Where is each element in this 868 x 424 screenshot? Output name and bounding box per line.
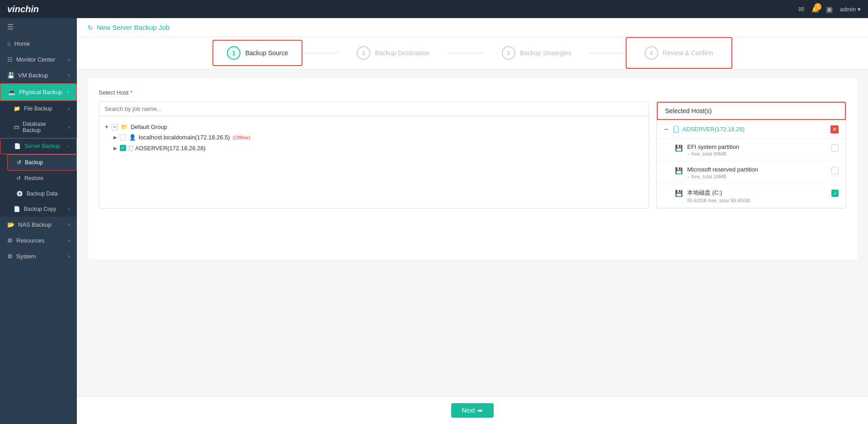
admin-menu[interactable]: admin ▾ bbox=[840, 6, 861, 13]
partition-detail-msr: – free, total 16MB bbox=[687, 174, 827, 179]
sidebar-item-system[interactable]: ⚙ System › bbox=[0, 248, 77, 264]
next-label: Next bbox=[462, 407, 475, 414]
folder-icon: 📁 bbox=[121, 124, 128, 130]
expand-icon-group[interactable]: ▼ bbox=[104, 124, 109, 129]
step-2-circle: 2 bbox=[357, 46, 370, 60]
adserver-checkbox[interactable]: ✓ bbox=[120, 145, 126, 151]
sidebar-sub-physical: 📁 File Backup › 🗃 Database Backup › 📄 Se… bbox=[0, 101, 77, 217]
sidebar-label-resources: Resources bbox=[16, 237, 44, 244]
partition-name-msr: Microsoft reserved partition bbox=[687, 166, 827, 173]
sidebar-item-resources[interactable]: ⚙ Resources › bbox=[0, 233, 77, 248]
partition-info-msr: Microsoft reserved partition – free, tot… bbox=[687, 166, 827, 179]
chevron-icon-system: › bbox=[68, 254, 70, 259]
partition-info-c: 本地磁盘 (C:) 85.62GB free, total 99.45GB bbox=[687, 189, 827, 203]
step-1-label: Backup Source bbox=[245, 49, 288, 57]
sidebar-item-restore[interactable]: ↺ Restore bbox=[7, 171, 77, 186]
physical-backup-icon: 💻 bbox=[8, 89, 15, 95]
collapse-host-btn[interactable]: − bbox=[664, 125, 668, 133]
partition-checkbox-msr[interactable] bbox=[831, 167, 839, 174]
step-4-circle: 4 bbox=[645, 46, 658, 60]
logo: vinchin bbox=[7, 4, 39, 14]
sidebar-label-restore: Restore bbox=[24, 175, 43, 181]
chevron-icon-server: ‹ bbox=[68, 144, 69, 149]
step-2[interactable]: 2 Backup Destination bbox=[339, 38, 448, 68]
refresh-icon[interactable]: ↻ bbox=[88, 24, 93, 31]
sidebar-item-server-backup[interactable]: 📄 Server Backup ‹ bbox=[0, 138, 77, 154]
selected-windows-icon: ⎕ bbox=[674, 124, 679, 134]
tree-node-adserver: ▶ ✓ ⎕ ADSERVER(172.18.26.28) bbox=[113, 143, 643, 153]
step-4-label: Review & Confirm bbox=[663, 49, 713, 57]
selected-host-row: − ⎕ ADSERVER(172.18.28) ✕ bbox=[657, 120, 846, 139]
sidebar-item-physical-backup[interactable]: 💻 Physical Backup ‹ bbox=[0, 83, 77, 101]
step-1-circle: 1 bbox=[227, 46, 241, 60]
tree-node-group: ▼ − 📁 Default Group bbox=[104, 122, 643, 132]
linux-icon: 👤 bbox=[129, 134, 136, 141]
home-icon: ⌂ bbox=[7, 40, 11, 47]
sidebar-item-backup-copy[interactable]: 📄 Backup Copy › bbox=[0, 201, 77, 217]
host-selection-area: ▼ − 📁 Default Group ▶ 👤 bbox=[99, 101, 846, 209]
message-icon[interactable]: ✉ bbox=[798, 5, 804, 14]
step-divider-2 bbox=[448, 53, 484, 53]
sidebar: ☰ ⌂ Home ☷ Monitor Center › 💾 VM Backup … bbox=[0, 18, 77, 424]
partition-info-efi: EFI system partition – free, total 99MB bbox=[687, 143, 827, 157]
steps-bar: 1 Backup Source 2 Backup Destination 3 B… bbox=[77, 37, 868, 69]
group-name: Default Group bbox=[131, 124, 167, 130]
sidebar-item-db-backup[interactable]: 🗃 Database Backup › bbox=[0, 116, 77, 138]
sidebar-label-backup-copy: Backup Copy bbox=[24, 206, 56, 212]
step-3-label: Backup Strategies bbox=[520, 49, 571, 57]
step-1[interactable]: 1 Backup Source bbox=[212, 40, 302, 66]
step-3[interactable]: 3 Backup Strategies bbox=[484, 38, 590, 68]
search-input[interactable] bbox=[99, 102, 649, 116]
partition-row-efi: 💾 EFI system partition – free, total 99M… bbox=[657, 139, 846, 162]
db-backup-icon: 🗃 bbox=[14, 124, 19, 130]
footer: Next ➡ bbox=[77, 396, 868, 424]
vm-backup-icon: 💾 bbox=[7, 72, 14, 79]
selected-hosts-header: Selected Host(s) bbox=[657, 102, 846, 120]
remove-host-btn[interactable]: ✕ bbox=[830, 125, 839, 133]
localhost-checkbox[interactable] bbox=[120, 134, 126, 141]
partition-icon-c: 💾 bbox=[675, 190, 683, 197]
adserver-name: ADSERVER(172.18.26.28) bbox=[135, 145, 206, 152]
sidebar-label-server-backup: Server Backup bbox=[24, 143, 60, 149]
chevron-icon-vm: › bbox=[68, 73, 70, 78]
step-4[interactable]: 4 Review & Confirm bbox=[626, 37, 732, 69]
expand-icon-adserver: ▶ bbox=[113, 146, 117, 151]
tree-node-localhost: ▶ 👤 localhost.localdomain(172.18.26.5) (… bbox=[113, 132, 643, 143]
next-button[interactable]: Next ➡ bbox=[451, 403, 494, 418]
content-card: Select Host * ▼ − 📁 Defaul bbox=[88, 78, 857, 259]
partition-detail-efi: – free, total 99MB bbox=[687, 151, 827, 157]
file-backup-icon: 📁 bbox=[14, 105, 20, 112]
chevron-icon-resources: › bbox=[68, 238, 70, 243]
offline-tag: (Offline) bbox=[233, 135, 250, 140]
selected-host-name: ADSERVER(172.18.28) bbox=[682, 126, 827, 133]
sidebar-label-home: Home bbox=[14, 40, 30, 47]
sidebar-label-system: System bbox=[16, 253, 36, 260]
sidebar-item-monitor[interactable]: ☷ Monitor Center › bbox=[0, 52, 77, 67]
sidebar-label-physical-backup: Physical Backup bbox=[19, 89, 62, 95]
group-checkbox[interactable]: − bbox=[112, 124, 118, 130]
sidebar-item-file-backup[interactable]: 📁 File Backup › bbox=[0, 101, 77, 116]
logo-vin: vin bbox=[7, 4, 20, 14]
partition-checkbox-c[interactable]: ✓ bbox=[831, 190, 839, 197]
step-divider-1 bbox=[302, 53, 339, 53]
backup-data-icon: 💿 bbox=[16, 191, 23, 197]
sidebar-label-monitor: Monitor Center bbox=[16, 56, 55, 63]
notification-bell[interactable]: 🔔 1 bbox=[811, 6, 819, 13]
sidebar-item-home[interactable]: ⌂ Home bbox=[0, 36, 77, 52]
step-2-label: Backup Destination bbox=[375, 49, 429, 57]
sidebar-item-vm-backup[interactable]: 💾 VM Backup › bbox=[0, 67, 77, 83]
selected-panel: Selected Host(s) − ⎕ ADSERVER(172.18.28)… bbox=[656, 101, 846, 209]
sidebar-toggle[interactable]: ☰ bbox=[0, 18, 77, 36]
monitor-icon[interactable]: ▣ bbox=[826, 5, 833, 14]
partition-checkbox-efi[interactable] bbox=[831, 144, 839, 152]
sidebar-item-backup-data[interactable]: 💿 Backup Data bbox=[7, 186, 77, 201]
logo-chin: chin bbox=[20, 4, 39, 14]
page-title: New Server Backup Job bbox=[97, 24, 170, 31]
sidebar-item-nas-backup[interactable]: 📂 NAS Backup › bbox=[0, 217, 77, 233]
server-backup-icon: 📄 bbox=[14, 143, 21, 149]
content-area: ↻ New Server Backup Job 1 Backup Source … bbox=[77, 18, 868, 424]
resources-icon: ⚙ bbox=[7, 237, 13, 244]
sidebar-item-backup[interactable]: ↺ Backup bbox=[7, 154, 77, 171]
system-icon: ⚙ bbox=[7, 253, 13, 260]
page-topbar: ↻ New Server Backup Job bbox=[77, 18, 868, 37]
